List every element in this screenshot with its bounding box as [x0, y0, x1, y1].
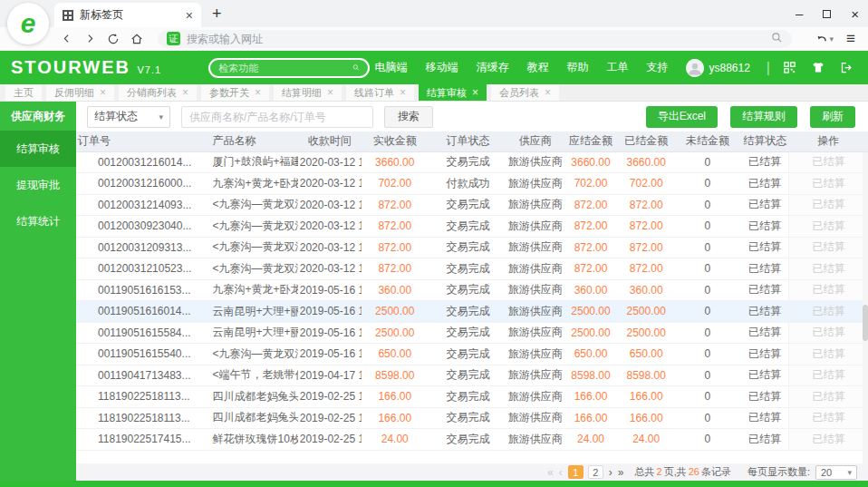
prev-page-icon[interactable]: ‹	[559, 467, 563, 478]
sidebar-item[interactable]: 提现审批	[0, 167, 76, 203]
cell-settled-amount: 166.00	[619, 386, 674, 408]
cell-settled-amount: 650.00	[619, 344, 674, 365]
cell-order-no: 00119051616014...	[76, 301, 211, 323]
pagination-page[interactable]: 2	[588, 465, 603, 479]
page-tab-close-icon[interactable]: ×	[472, 86, 478, 99]
header-menu-item[interactable]: 电脑端	[374, 60, 407, 75]
cell-action-settled: 已结算	[789, 365, 868, 386]
cell-settled-amount: 24.00	[619, 429, 674, 451]
last-page-icon[interactable]: »	[618, 467, 624, 478]
function-search-input[interactable]	[218, 63, 347, 73]
column-header: 实收金额	[362, 131, 429, 151]
page-tab-close-icon[interactable]: ×	[327, 86, 333, 99]
cell-order-status: 交易完成	[429, 258, 507, 280]
table-row[interactable]: 00119041713483... <端午节，老姚带你台湾新体... 2019-…	[76, 365, 868, 386]
settle-status-select[interactable]: 结算状态 ▾	[87, 106, 170, 128]
settle-rules-button[interactable]: 结算规则	[730, 106, 797, 128]
user-chip[interactable]: ys88612	[686, 59, 749, 77]
refresh-button[interactable]: 刷新	[810, 106, 855, 128]
page-tab-close-icon[interactable]: ×	[255, 86, 261, 99]
address-search-icon[interactable]	[771, 31, 783, 47]
browser-logo-icon[interactable]: e	[7, 3, 49, 44]
new-tab-button[interactable]: +	[201, 5, 233, 27]
logout-icon[interactable]	[840, 61, 854, 74]
table-row[interactable]: 00120030923040... <九寨沟—黄龙双汽三日游>... 2020-…	[76, 216, 868, 238]
page-tab[interactable]: 会员列表 ×	[491, 84, 559, 101]
page-tab[interactable]: 反佣明细 ×	[46, 84, 114, 101]
page-tab-close-icon[interactable]: ×	[182, 86, 188, 99]
next-page-icon[interactable]: ›	[609, 467, 612, 478]
page-tab[interactable]: 参数开关 ×	[201, 84, 269, 101]
pagination-pages: 12	[568, 465, 603, 479]
table-row[interactable]: 00119051615584... 云南昆明+大理+丽江+洱海+... 2019…	[76, 322, 868, 344]
sidebar-item[interactable]: 结算审核	[0, 131, 76, 167]
keyword-input[interactable]	[181, 106, 373, 128]
header-icons	[783, 61, 854, 74]
page-tab-close-icon[interactable]: ×	[545, 86, 551, 99]
reload-icon[interactable]	[101, 29, 125, 49]
cell-order-no: 00120031214093...	[76, 194, 211, 216]
page-tab[interactable]: 结算明细 ×	[274, 84, 342, 101]
home-icon[interactable]	[125, 29, 149, 49]
table-row[interactable]: 00120031216014... 厦门+鼓浪屿+福建土楼5日4... 2020…	[76, 151, 868, 173]
page-size-select[interactable]: 20 ▾	[815, 465, 857, 480]
sidebar-item[interactable]: 结算统计	[0, 203, 76, 239]
table-row[interactable]: 00120031209313... <九寨沟—黄龙双汽三日游>... 2020-…	[76, 237, 868, 258]
table-row[interactable]: 00119051616014... 云南昆明+大理+丽江+洱海+... 2019…	[76, 301, 868, 323]
first-page-icon[interactable]: «	[547, 467, 554, 478]
minimize-button[interactable]: –	[796, 9, 803, 18]
cell-action-settled: 已结算	[789, 216, 868, 238]
table-row[interactable]: 00120031210523... <九寨沟—黄龙双汽三日游>... 2020-…	[76, 258, 868, 280]
scrollbar-thumb[interactable]	[863, 305, 868, 341]
cell-order-no: 00119051616153...	[76, 279, 211, 301]
function-search-box[interactable]	[208, 58, 370, 78]
tab-close-icon[interactable]: ×	[186, 8, 193, 23]
table-scrollbar[interactable]	[863, 152, 868, 463]
header-menu: 电脑端移动端清缓存教程帮助工单支持	[374, 60, 668, 75]
header-menu-item[interactable]: 移动端	[425, 60, 458, 75]
cell-action-settled: 已结算	[789, 237, 868, 258]
page-tab[interactable]: 分销商列表 ×	[119, 84, 197, 101]
table-row[interactable]: 11819022518113... 四川成都老妈兔头麻辣兔腿自... 2019-…	[76, 386, 868, 408]
cell-due-amount: 872.00	[563, 194, 618, 216]
pagination-page[interactable]: 1	[568, 465, 583, 479]
page-tab-close-icon[interactable]: ×	[400, 86, 406, 99]
header-menu-item[interactable]: 清缓存	[476, 60, 508, 75]
back-icon[interactable]	[54, 29, 78, 49]
cell-unsettled-amount: 0	[674, 194, 741, 216]
page-tab[interactable]: 结算审核 ×	[419, 84, 487, 101]
theme-shirt-icon[interactable]	[811, 61, 825, 74]
address-bar[interactable]: 证	[158, 30, 792, 48]
undo-icon[interactable]: ▾	[815, 33, 834, 45]
table-row[interactable]: 00120031216000... 九寨沟+黄龙+卧龙熊猫谷+都... 2020…	[76, 173, 868, 195]
table-row[interactable]: 00120031214093... <九寨沟—黄龙双汽三日游>... 2020-…	[76, 194, 868, 216]
header-menu-item[interactable]: 教程	[526, 60, 548, 75]
page-tab[interactable]: 主页 ×	[5, 84, 42, 101]
qr-code-icon[interactable]	[783, 61, 796, 74]
app-header: STOURWEB V7.1 电脑端移动端清缓存教程帮助工单支持 ys88612 …	[0, 51, 868, 84]
cell-product-name: <九寨沟—黄龙双汽三日游>...	[211, 344, 298, 365]
table-row[interactable]: 11819022517415... 鲜花饼玫瑰饼10枚礼盒装（... 2019-…	[76, 429, 868, 451]
menu-icon[interactable]: ≡	[846, 30, 855, 48]
export-excel-button[interactable]: 导出Excel	[646, 106, 718, 128]
header-menu-item[interactable]: 工单	[606, 60, 628, 75]
search-button[interactable]: 搜索	[384, 106, 433, 128]
table-row[interactable]: 00119051616153... 九寨沟+黄龙+卧龙熊猫谷+都... 2019…	[76, 279, 868, 301]
header-menu-item[interactable]: 支持	[646, 60, 668, 75]
forward-icon[interactable]	[78, 29, 101, 49]
close-button[interactable]: ×	[851, 6, 859, 22]
browser-tab[interactable]: 新标签页 ×	[54, 3, 201, 27]
cell-order-no: 11819022517415...	[76, 429, 211, 451]
cell-supplier: 旅游供应商	[507, 194, 563, 216]
table-row[interactable]: 00119051615540... <九寨沟—黄龙双汽三日游>... 2019-…	[76, 344, 868, 365]
cell-order-status: 交易完成	[429, 237, 507, 258]
maximize-button[interactable]	[823, 10, 831, 18]
header-menu-item[interactable]: 帮助	[566, 60, 588, 75]
table-row[interactable]: 11819022518113... 四川成都老妈兔头麻辣兔腿自... 2019-…	[76, 407, 868, 429]
url-input[interactable]	[187, 33, 765, 45]
window-controls: – ×	[796, 0, 859, 27]
cell-settled-amount: 872.00	[619, 258, 674, 280]
page-tab-close-icon[interactable]: ×	[100, 86, 106, 99]
page-tab[interactable]: 线路订单 ×	[346, 84, 414, 101]
cell-settled-amount: 872.00	[619, 194, 674, 216]
